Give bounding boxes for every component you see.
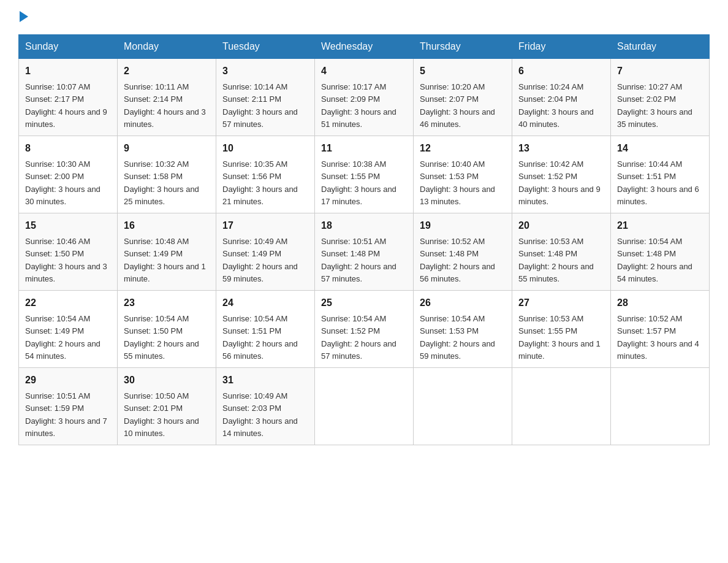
calendar-cell (611, 368, 710, 445)
day-info: Sunrise: 10:07 AMSunset: 2:17 PMDaylight… (25, 82, 107, 129)
day-number: 26 (420, 296, 506, 310)
header-friday: Friday (512, 35, 611, 59)
header-tuesday: Tuesday (216, 35, 315, 59)
day-info: Sunrise: 10:54 AMSunset: 1:48 PMDaylight… (617, 237, 692, 283)
day-number: 21 (617, 218, 703, 233)
day-number: 28 (617, 296, 703, 310)
day-info: Sunrise: 10:46 AMSunset: 1:50 PMDaylight… (25, 237, 107, 283)
calendar-cell (414, 368, 512, 445)
day-info: Sunrise: 10:49 AMSunset: 1:49 PMDaylight… (222, 237, 298, 283)
day-info: Sunrise: 10:51 AMSunset: 1:59 PMDaylight… (25, 391, 107, 438)
day-info: Sunrise: 10:38 AMSunset: 1:55 PMDaylight… (321, 159, 396, 206)
day-number: 1 (25, 64, 111, 79)
day-number: 11 (321, 141, 407, 156)
day-info: Sunrise: 10:11 AMSunset: 2:14 PMDaylight… (124, 82, 206, 129)
day-number: 25 (321, 296, 407, 310)
header-thursday: Thursday (414, 35, 512, 59)
calendar-cell: 11Sunrise: 10:38 AMSunset: 1:55 PMDaylig… (315, 136, 414, 213)
calendar-cell: 18Sunrise: 10:51 AMSunset: 1:48 PMDaylig… (315, 213, 414, 291)
calendar-cell: 2Sunrise: 10:11 AMSunset: 2:14 PMDayligh… (118, 59, 216, 136)
calendar-cell: 12Sunrise: 10:40 AMSunset: 1:53 PMDaylig… (414, 136, 512, 213)
calendar-cell: 22Sunrise: 10:54 AMSunset: 1:49 PMDaylig… (19, 291, 118, 368)
calendar-cell: 20Sunrise: 10:53 AMSunset: 1:48 PMDaylig… (512, 213, 611, 291)
calendar-cell: 27Sunrise: 10:53 AMSunset: 1:55 PMDaylig… (512, 291, 611, 368)
day-info: Sunrise: 10:50 AMSunset: 2:01 PMDaylight… (124, 391, 199, 438)
calendar-cell: 25Sunrise: 10:54 AMSunset: 1:52 PMDaylig… (315, 291, 414, 368)
calendar-cell: 8Sunrise: 10:30 AMSunset: 2:00 PMDayligh… (19, 136, 118, 213)
day-info: Sunrise: 10:20 AMSunset: 2:07 PMDaylight… (420, 82, 495, 129)
calendar-week-row: 8Sunrise: 10:30 AMSunset: 2:00 PMDayligh… (19, 136, 710, 213)
day-info: Sunrise: 10:54 AMSunset: 1:49 PMDaylight… (25, 314, 100, 361)
day-number: 9 (124, 141, 210, 156)
calendar-cell: 1Sunrise: 10:07 AMSunset: 2:17 PMDayligh… (19, 59, 118, 136)
day-info: Sunrise: 10:52 AMSunset: 1:57 PMDaylight… (617, 314, 699, 361)
day-number: 20 (518, 218, 604, 233)
calendar-cell: 28Sunrise: 10:52 AMSunset: 1:57 PMDaylig… (611, 291, 710, 368)
calendar-cell: 15Sunrise: 10:46 AMSunset: 1:50 PMDaylig… (19, 213, 118, 291)
calendar-cell: 7Sunrise: 10:27 AMSunset: 2:02 PMDayligh… (611, 59, 710, 136)
day-number: 22 (25, 296, 111, 310)
calendar-cell: 9Sunrise: 10:32 AMSunset: 1:58 PMDayligh… (118, 136, 216, 213)
day-number: 10 (222, 141, 308, 156)
day-number: 12 (420, 141, 506, 156)
logo-blue-box (18, 12, 28, 22)
day-number: 13 (518, 141, 604, 156)
calendar-header-row: SundayMondayTuesdayWednesdayThursdayFrid… (19, 35, 710, 59)
page-header (18, 12, 710, 22)
day-number: 17 (222, 218, 308, 233)
header-wednesday: Wednesday (315, 35, 414, 59)
calendar-cell: 24Sunrise: 10:54 AMSunset: 1:51 PMDaylig… (216, 291, 315, 368)
day-number: 24 (222, 296, 308, 310)
calendar-cell (315, 368, 414, 445)
day-info: Sunrise: 10:40 AMSunset: 1:53 PMDaylight… (420, 159, 495, 206)
day-number: 18 (321, 218, 407, 233)
day-info: Sunrise: 10:54 AMSunset: 1:52 PMDaylight… (321, 314, 396, 361)
day-number: 8 (25, 141, 111, 156)
calendar-cell: 13Sunrise: 10:42 AMSunset: 1:52 PMDaylig… (512, 136, 611, 213)
day-number: 4 (321, 64, 407, 79)
day-number: 6 (518, 64, 604, 79)
calendar-week-row: 15Sunrise: 10:46 AMSunset: 1:50 PMDaylig… (19, 213, 710, 291)
day-number: 15 (25, 218, 111, 233)
day-number: 7 (617, 64, 703, 79)
calendar-week-row: 29Sunrise: 10:51 AMSunset: 1:59 PMDaylig… (19, 368, 710, 445)
day-info: Sunrise: 10:48 AMSunset: 1:49 PMDaylight… (124, 237, 206, 283)
calendar-cell: 30Sunrise: 10:50 AMSunset: 2:01 PMDaylig… (118, 368, 216, 445)
day-number: 27 (518, 296, 604, 310)
calendar-cell: 21Sunrise: 10:54 AMSunset: 1:48 PMDaylig… (611, 213, 710, 291)
day-info: Sunrise: 10:44 AMSunset: 1:51 PMDaylight… (617, 159, 699, 206)
calendar-cell: 6Sunrise: 10:24 AMSunset: 2:04 PMDayligh… (512, 59, 611, 136)
day-info: Sunrise: 10:42 AMSunset: 1:52 PMDaylight… (518, 159, 601, 206)
day-info: Sunrise: 10:54 AMSunset: 1:53 PMDaylight… (420, 314, 495, 361)
calendar-week-row: 1Sunrise: 10:07 AMSunset: 2:17 PMDayligh… (19, 59, 710, 136)
header-sunday: Sunday (19, 35, 118, 59)
calendar-cell: 19Sunrise: 10:52 AMSunset: 1:48 PMDaylig… (414, 213, 512, 291)
calendar-cell: 31Sunrise: 10:49 AMSunset: 2:03 PMDaylig… (216, 368, 315, 445)
calendar-cell: 10Sunrise: 10:35 AMSunset: 1:56 PMDaylig… (216, 136, 315, 213)
header-monday: Monday (118, 35, 216, 59)
calendar-cell: 4Sunrise: 10:17 AMSunset: 2:09 PMDayligh… (315, 59, 414, 136)
day-info: Sunrise: 10:17 AMSunset: 2:09 PMDaylight… (321, 82, 396, 129)
day-info: Sunrise: 10:24 AMSunset: 2:04 PMDaylight… (518, 82, 594, 129)
day-info: Sunrise: 10:14 AMSunset: 2:11 PMDaylight… (222, 82, 298, 129)
day-number: 5 (420, 64, 506, 79)
day-number: 29 (25, 373, 111, 388)
day-info: Sunrise: 10:49 AMSunset: 2:03 PMDaylight… (222, 391, 298, 438)
calendar-cell: 23Sunrise: 10:54 AMSunset: 1:50 PMDaylig… (118, 291, 216, 368)
day-info: Sunrise: 10:52 AMSunset: 1:48 PMDaylight… (420, 237, 495, 283)
calendar-cell: 29Sunrise: 10:51 AMSunset: 1:59 PMDaylig… (19, 368, 118, 445)
calendar-cell (512, 368, 611, 445)
calendar-cell: 17Sunrise: 10:49 AMSunset: 1:49 PMDaylig… (216, 213, 315, 291)
calendar-cell: 14Sunrise: 10:44 AMSunset: 1:51 PMDaylig… (611, 136, 710, 213)
calendar-cell: 16Sunrise: 10:48 AMSunset: 1:49 PMDaylig… (118, 213, 216, 291)
day-number: 16 (124, 218, 210, 233)
day-number: 30 (124, 373, 210, 388)
day-number: 23 (124, 296, 210, 310)
day-number: 2 (124, 64, 210, 79)
logo (18, 12, 28, 22)
calendar-cell: 5Sunrise: 10:20 AMSunset: 2:07 PMDayligh… (414, 59, 512, 136)
day-number: 31 (222, 373, 308, 388)
day-number: 19 (420, 218, 506, 233)
day-number: 3 (222, 64, 308, 79)
day-info: Sunrise: 10:54 AMSunset: 1:51 PMDaylight… (222, 314, 298, 361)
